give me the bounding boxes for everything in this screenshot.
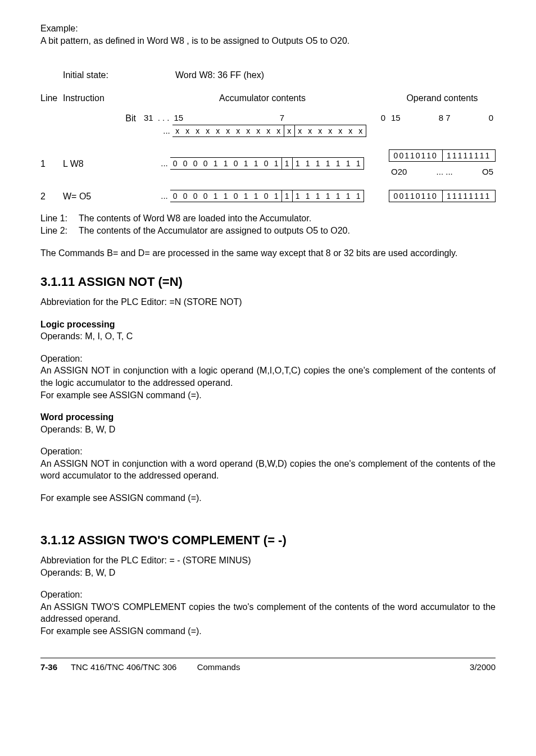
mask-bit: x xyxy=(315,125,325,137)
hdr-accum: Accumulator contents xyxy=(219,93,306,103)
sec-3-1-11-heading: 3.1.11 ASSIGN NOT (=N) xyxy=(40,274,496,290)
oper-bit-87: 8 7 xyxy=(439,112,451,124)
hdr-instruction: Instruction xyxy=(63,93,105,103)
mask-bit: x xyxy=(346,125,356,137)
row-instruction: L W8 xyxy=(63,158,136,170)
mask-bit: x xyxy=(305,125,315,137)
accum-bit: 1 xyxy=(281,158,292,170)
sec11-word-example: For example see ASSIGN command (=). xyxy=(40,492,496,504)
accum-bit: 1 xyxy=(211,190,221,202)
hdr-line: Line xyxy=(40,93,57,103)
sec12-abbrev: Abbreviation for the PLC Editor: = - (ST… xyxy=(40,554,496,567)
accum-bit: 1 xyxy=(303,158,313,170)
accum-bitbox: 0000110110111111111 xyxy=(170,157,364,170)
sec12-op-label: Operation: xyxy=(40,589,496,601)
accum-bit: 1 xyxy=(343,158,353,170)
line2-expl: Line 2:The contents of the Accumulator a… xyxy=(40,225,496,237)
oper-bit-0: 0 xyxy=(489,112,493,124)
accum-bit: 0 xyxy=(170,158,180,170)
sec11-word-operands: Operands: B, W, D xyxy=(40,423,496,436)
mask-bit: x xyxy=(193,125,203,137)
footer-section: Commands xyxy=(197,662,240,672)
accum-bit: 1 xyxy=(241,158,251,170)
accum-bitbox: 0000110110111111111 xyxy=(170,190,364,202)
mask-bit: x xyxy=(223,125,233,137)
sec11-word-hdr: Word processing xyxy=(40,411,496,423)
accum-bit: 0 xyxy=(231,190,241,202)
mask-bit: x xyxy=(172,125,183,137)
bit-7: 7 xyxy=(280,112,284,124)
sec12-op-text: An ASSIGN TWO'S COMPLEMENT copies the tw… xyxy=(40,601,496,625)
sec12-example: For example see ASSIGN command (=). xyxy=(40,625,496,637)
operand-low-byte: 11111111 xyxy=(442,190,496,202)
accum-mask-prefix: ... xyxy=(163,125,172,136)
accum-bit: 1 xyxy=(251,190,261,202)
accum-bit: 0 xyxy=(190,190,201,202)
accum-bit: 0 xyxy=(180,190,190,202)
accum-mask-box: xxxxxxxxxxxxxxxxxxx xyxy=(172,125,366,137)
accum-bit: 0 xyxy=(180,158,190,170)
accum-bit: 0 xyxy=(261,190,271,202)
accum-bit: 1 xyxy=(251,158,261,170)
accum-bit: 1 xyxy=(271,190,282,202)
output-low: O5 xyxy=(482,166,493,177)
accum-bit: 1 xyxy=(313,158,323,170)
sec12-operands: Operands: B, W, D xyxy=(40,567,496,579)
sec11-word-op-label: Operation: xyxy=(40,445,496,458)
accum-bit: 0 xyxy=(190,158,201,170)
sec11-word-op-text: An ASSIGN NOT in conjunction with a word… xyxy=(40,458,496,482)
sec11-logic-op-label: Operation: xyxy=(40,353,496,365)
sec-3-1-12-heading: 3.1.12 ASSIGN TWO'S COMPLEMENT (= -) xyxy=(40,532,496,549)
accum-bit: 1 xyxy=(343,190,353,202)
mask-bit: x xyxy=(356,125,366,137)
operand-low-byte: 11111111 xyxy=(442,150,496,162)
operand-high-byte: 00110110 xyxy=(389,150,443,162)
accum-bit: 1 xyxy=(281,190,292,202)
accum-bit: 1 xyxy=(211,158,221,170)
oper-bit-15: 15 xyxy=(391,112,401,124)
accum-bit: 0 xyxy=(261,158,271,170)
accum-bit: 1 xyxy=(313,190,323,202)
accum-bit: 1 xyxy=(353,190,364,202)
accum-bit: 1 xyxy=(323,190,333,202)
word-definition: Word W8: 36 FF (hex) xyxy=(175,70,264,80)
sec11-abbrev: Abbreviation for the PLC Editor: =N (STO… xyxy=(40,296,496,308)
example-label: Example: xyxy=(40,22,496,35)
output-dots: ... ... xyxy=(437,166,453,177)
operand-box: 0011011011111111 xyxy=(389,149,496,162)
accum-bit: 0 xyxy=(231,158,241,170)
mask-bit: x xyxy=(233,125,243,137)
initial-state-label: Initial state: xyxy=(63,70,108,80)
row-instruction: W= O5 xyxy=(63,190,136,203)
mask-bit: x xyxy=(294,125,305,137)
bit-31: 31 xyxy=(144,112,153,124)
accum-bit: 1 xyxy=(292,158,303,170)
footer-page: 7-36 xyxy=(40,662,57,672)
commands-note: The Commands B= and D= are processed in … xyxy=(40,247,496,259)
bit-label: Bit xyxy=(125,113,136,123)
footer-date: 3/2000 xyxy=(470,662,496,672)
output-high: O20 xyxy=(391,166,407,177)
accum-bit: 1 xyxy=(221,190,231,202)
bit-15: 15 xyxy=(174,112,184,124)
accum-bit: 1 xyxy=(271,158,282,170)
sec11-logic-operands: Operands: M, I, O, T, C xyxy=(40,330,496,343)
row-number: 1 xyxy=(40,158,63,170)
example-text: A bit pattern, as defined in Word W8 , i… xyxy=(40,35,496,47)
accum-bit: 1 xyxy=(221,158,231,170)
accum-bit: 1 xyxy=(303,190,313,202)
accum-bit: 1 xyxy=(292,190,303,202)
footer-model: TNC 416/TNC 406/TNC 306 xyxy=(71,662,176,672)
mask-bit: x xyxy=(274,125,284,137)
accum-bit: 1 xyxy=(353,158,364,170)
operand-box: 0011011011111111 xyxy=(389,190,496,202)
accum-bit: 0 xyxy=(170,190,180,202)
mask-bit: x xyxy=(183,125,193,137)
hdr-operand: Operand contents xyxy=(406,93,478,103)
operand-high-byte: 00110110 xyxy=(389,190,443,202)
sec11-logic-hdr: Logic processing xyxy=(40,318,496,331)
accum-bit: 0 xyxy=(201,158,211,170)
sec11-logic-example: For example see ASSIGN command (=). xyxy=(40,389,496,402)
mask-bit: x xyxy=(335,125,346,137)
accum-bit: 1 xyxy=(241,190,251,202)
